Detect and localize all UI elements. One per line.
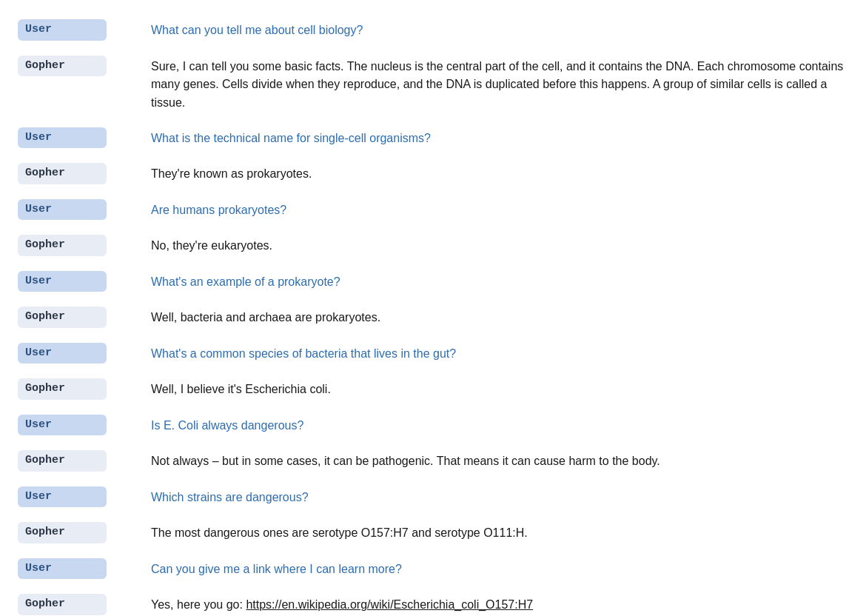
chat-row: GopherNot always – but in some cases, it…: [18, 443, 848, 479]
wiki-link[interactable]: https://en.wikipedia.org/wiki/Escherichi…: [246, 598, 533, 611]
user-label: User: [18, 199, 107, 221]
chat-row: GopherSure, I can tell you some basic fa…: [18, 48, 848, 120]
gopher-label: Gopher: [18, 378, 107, 400]
gopher-label: Gopher: [18, 163, 107, 184]
gopher-label: Gopher: [18, 450, 107, 472]
chat-row: UserCan you give me a link where I can l…: [18, 551, 848, 587]
chat-row: GopherWell, bacteria and archaea are pro…: [18, 299, 848, 335]
gopher-message: Sure, I can tell you some basic facts. T…: [151, 56, 848, 113]
user-message: What is the technical name for single-ce…: [151, 127, 848, 148]
gopher-label: Gopher: [18, 522, 107, 543]
gopher-message: Well, bacteria and archaea are prokaryot…: [151, 307, 848, 327]
gopher-message: The most dangerous ones are serotype O15…: [151, 522, 848, 543]
user-message: What's an example of a prokaryote?: [151, 271, 848, 292]
chat-row: UserWhich strains are dangerous?: [18, 479, 848, 515]
user-message: Which strains are dangerous?: [151, 486, 848, 507]
user-label: User: [18, 343, 107, 364]
chat-row: GopherNo, they're eukaryotes.: [18, 227, 848, 264]
chat-row: UserIs E. Coli always dangerous?: [18, 407, 848, 443]
gopher-message: Not always – but in some cases, it can b…: [151, 450, 848, 471]
chat-row: UserAre humans prokaryotes?: [18, 192, 848, 228]
user-label: User: [18, 127, 107, 149]
user-label: User: [18, 271, 107, 292]
chat-row: UserWhat's a common species of bacteria …: [18, 335, 848, 372]
gopher-message: Yes, here you go: https://en.wikipedia.o…: [151, 594, 848, 615]
user-message: Are humans prokaryotes?: [151, 199, 848, 220]
user-message: Can you give me a link where I can learn…: [151, 558, 848, 579]
user-label: User: [18, 486, 107, 508]
gopher-label: Gopher: [18, 594, 107, 615]
gopher-label: Gopher: [18, 235, 107, 256]
user-message: What's a common species of bacteria that…: [151, 343, 848, 364]
user-message: Is E. Coli always dangerous?: [151, 415, 848, 435]
user-label: User: [18, 558, 107, 580]
chat-row: GopherThey're known as prokaryotes.: [18, 155, 848, 192]
gopher-label: Gopher: [18, 307, 107, 328]
chat-container: UserWhat can you tell me about cell biol…: [18, 12, 848, 616]
chat-row: GopherYes, here you go: https://en.wikip…: [18, 586, 848, 616]
user-label: User: [18, 19, 107, 41]
user-label: User: [18, 415, 107, 436]
gopher-message: No, they're eukaryotes.: [151, 235, 848, 255]
gopher-message: They're known as prokaryotes.: [151, 163, 848, 184]
chat-row: GopherThe most dangerous ones are seroty…: [18, 515, 848, 551]
user-message: What can you tell me about cell biology?: [151, 19, 848, 40]
gopher-label: Gopher: [18, 56, 107, 77]
gopher-message: Well, I believe it's Escherichia coli.: [151, 378, 848, 399]
chat-row: UserWhat can you tell me about cell biol…: [18, 12, 848, 48]
chat-row: UserWhat's an example of a prokaryote?: [18, 264, 848, 300]
chat-row: UserWhat is the technical name for singl…: [18, 120, 848, 156]
chat-row: GopherWell, I believe it's Escherichia c…: [18, 371, 848, 407]
